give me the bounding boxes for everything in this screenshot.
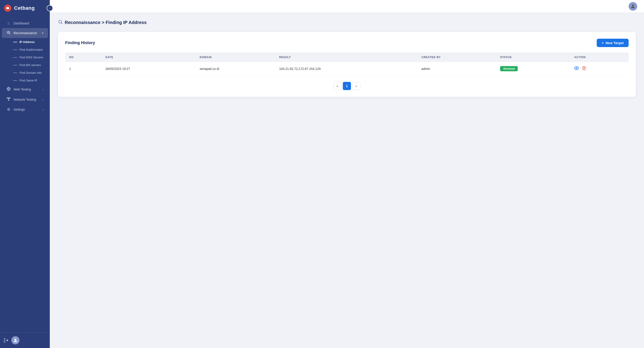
- delete-button[interactable]: [582, 66, 586, 72]
- main-content: Reconnaissance > Finding IP Address Find…: [50, 0, 644, 348]
- dash-icon: [13, 80, 17, 81]
- topbar-avatar[interactable]: [628, 2, 637, 11]
- cell-action: [570, 62, 628, 76]
- col-status: STATUS: [496, 52, 570, 62]
- chevron-down-icon: ▾: [42, 32, 44, 34]
- sidebar-item-find-mx-servers[interactable]: Find MX servers: [2, 61, 48, 69]
- sidebar-item-label: Settings: [14, 108, 25, 111]
- logo-icon: [4, 4, 12, 12]
- svg-line-3: [9, 33, 10, 34]
- svg-point-1: [7, 7, 8, 9]
- reconnaissance-icon: [6, 30, 11, 36]
- settings-icon: ⚙: [6, 107, 11, 112]
- pagination: « 1 »: [65, 82, 628, 90]
- sidebar-item-web-testing[interactable]: Web Testing ›: [2, 84, 48, 94]
- sidebar-header: Cetbang ‹: [0, 0, 50, 16]
- table-body: 1 26/05/2023 19:27 senapati.co.id 104.21…: [65, 62, 628, 76]
- sub-item-label: IP Address: [20, 40, 34, 44]
- svg-line-19: [61, 23, 62, 24]
- card-title: Finding History: [65, 40, 95, 45]
- svg-rect-9: [8, 98, 9, 98]
- sidebar-item-dashboard[interactable]: ⌂ Dashboard: [2, 19, 48, 28]
- table-row: 1 26/05/2023 19:27 senapati.co.id 104.21…: [65, 62, 628, 76]
- svg-point-18: [59, 20, 62, 23]
- collapse-button[interactable]: ‹: [46, 5, 53, 11]
- dash-icon: [13, 73, 17, 73]
- dash-icon: [13, 50, 17, 50]
- cell-domain: senapati.co.id: [196, 62, 275, 76]
- sidebar-item-find-domain-info[interactable]: Find Domain info: [2, 69, 48, 76]
- sidebar-footer: [0, 332, 50, 348]
- new-target-button[interactable]: + New Target: [597, 39, 628, 47]
- chevron-right-icon: ›: [42, 108, 44, 111]
- sidebar-item-network-testing[interactable]: Network Testing ›: [2, 94, 48, 104]
- app-name: Cetbang: [14, 5, 35, 11]
- table-header-row: NO DATE DOMAIN RESULT CREATED BY STATUS …: [65, 52, 628, 62]
- content-area: Reconnaissance > Finding IP Address Find…: [50, 13, 644, 348]
- new-target-label: New Target: [606, 41, 624, 45]
- dash-icon: [13, 65, 17, 66]
- sidebar-item-find-subdomains[interactable]: Find SubDomains: [2, 46, 48, 54]
- sub-item-label: Find SubDomains: [20, 48, 43, 51]
- logout-button[interactable]: [4, 338, 8, 343]
- finding-history-table: NO DATE DOMAIN RESULT CREATED BY STATUS …: [65, 52, 628, 76]
- web-testing-icon: [6, 87, 11, 92]
- breadcrumb-icon: [58, 20, 63, 26]
- svg-point-16: [14, 339, 16, 340]
- svg-point-20: [576, 68, 578, 69]
- table-header: NO DATE DOMAIN RESULT CREATED BY STATUS …: [65, 52, 628, 62]
- col-date: DATE: [101, 52, 196, 62]
- network-testing-icon: [6, 97, 11, 102]
- sidebar-item-label: Dashboard: [14, 22, 29, 25]
- plus-icon: +: [602, 41, 604, 45]
- sub-item-label: Find DNS Servers: [20, 56, 43, 59]
- pagination-prev[interactable]: «: [333, 82, 342, 90]
- sub-item-label: Find Domain info: [20, 71, 42, 74]
- sidebar-item-find-dns-servers[interactable]: Find DNS Servers: [2, 54, 48, 61]
- sidebar-item-find-same-ip[interactable]: Find Same IP: [2, 77, 48, 84]
- finding-history-card: Finding History + New Target NO DATE DOM…: [58, 32, 636, 97]
- cell-status: finished: [496, 62, 570, 76]
- sidebar-item-settings[interactable]: ⚙ Settings ›: [2, 105, 48, 114]
- dash-icon: [13, 42, 17, 42]
- sidebar-item-reconnaissance[interactable]: Reconnaissance ▾: [2, 28, 48, 38]
- topbar: [50, 0, 644, 13]
- sidebar-item-label: Reconnaissance: [14, 31, 37, 35]
- sidebar-item-ip-address[interactable]: IP Address: [2, 38, 48, 46]
- user-avatar-footer[interactable]: [11, 336, 20, 344]
- svg-point-17: [632, 4, 634, 6]
- cell-no: 1: [65, 62, 101, 76]
- view-button[interactable]: [574, 66, 579, 72]
- svg-rect-11: [8, 100, 9, 101]
- card-header: Finding History + New Target: [65, 39, 628, 47]
- sub-item-label: Find MX servers: [20, 63, 41, 67]
- svg-rect-8: [7, 98, 8, 98]
- col-no: NO: [65, 52, 101, 62]
- col-result: RESULT: [275, 52, 418, 62]
- sidebar: Cetbang ‹ ⌂ Dashboard Reconnaissance ▾: [0, 0, 50, 348]
- col-created-by: CREATED BY: [418, 52, 496, 62]
- dashboard-icon: ⌂: [6, 21, 11, 25]
- cell-date: 26/05/2023 19:27: [101, 62, 196, 76]
- svg-rect-10: [10, 98, 10, 98]
- pagination-page-1[interactable]: 1: [343, 82, 351, 90]
- sidebar-item-label: Network Testing: [14, 98, 36, 101]
- cell-created-by: admin: [418, 62, 496, 76]
- col-domain: DOMAIN: [196, 52, 275, 62]
- breadcrumb: Reconnaissance > Finding IP Address: [58, 20, 636, 26]
- cell-result: 104.21.82.72,172.67.154.129: [275, 62, 418, 76]
- dash-icon: [13, 57, 17, 58]
- status-badge: finished: [500, 66, 518, 71]
- chevron-right-icon: ›: [42, 88, 44, 91]
- col-action: ACTION: [570, 52, 628, 62]
- chevron-right-icon: ›: [42, 98, 44, 101]
- sidebar-nav: ⌂ Dashboard Reconnaissance ▾ IP Address: [0, 16, 50, 332]
- action-buttons: [574, 66, 624, 72]
- sub-item-label: Find Same IP: [20, 79, 37, 82]
- sidebar-item-label: Web Testing: [14, 88, 31, 91]
- pagination-next[interactable]: »: [352, 82, 360, 90]
- breadcrumb-text: Reconnaissance > Finding IP Address: [65, 20, 147, 25]
